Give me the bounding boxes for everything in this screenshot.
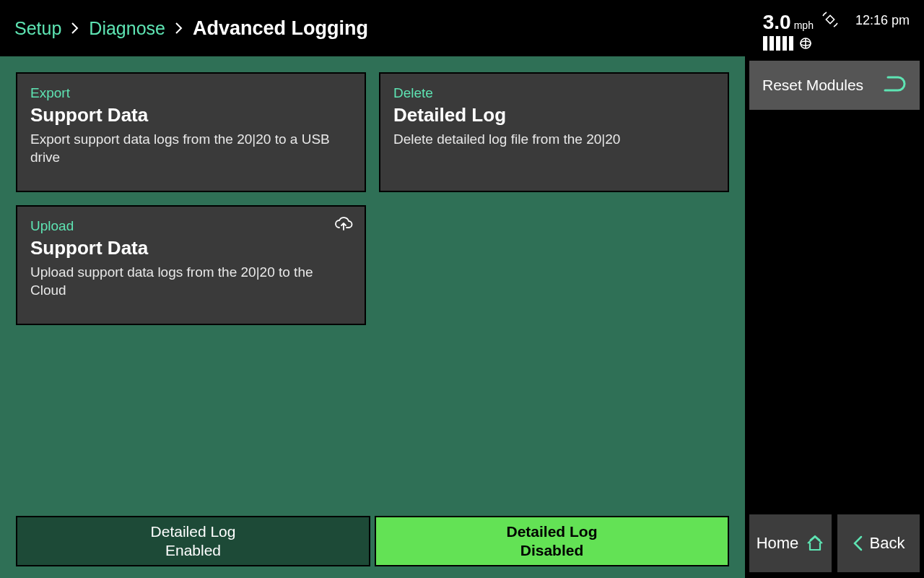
detailed-log-disabled-button[interactable]: Detailed Log Disabled [375,516,729,566]
breadcrumb-setup[interactable]: Setup [14,18,61,39]
speed-value: 3.0 [763,11,791,34]
toggle-label-line1: Detailed Log [506,522,597,541]
speed-unit: mph [794,20,814,31]
home-icon [806,535,824,552]
card-title: Detailed Log [393,104,715,126]
button-label: Back [870,534,905,553]
reset-modules-button[interactable]: Reset Modules [749,61,920,110]
card-kicker: Delete [393,85,715,101]
main-panel: Export Support Data Export support data … [0,56,745,578]
card-description: Export support data logs from the 20|20 … [30,131,352,166]
gps-icon [798,35,814,51]
toggle-label-line1: Detailed Log [151,522,236,541]
breadcrumb: Setup Diagnose Advanced Logging [14,17,368,40]
top-bar: Setup Diagnose Advanced Logging 3.0 mph [0,0,924,56]
sidebar: Reset Modules Home [745,56,924,578]
export-support-data-card[interactable]: Export Support Data Export support data … [16,72,366,192]
card-title: Support Data [30,104,352,126]
toggle-label-line2: Disabled [520,541,584,560]
status-speed: 3.0 mph [763,10,840,51]
card-title: Support Data [30,237,352,259]
card-kicker: Export [30,85,352,101]
breadcrumb-current: Advanced Logging [193,17,368,40]
detailed-log-enabled-button[interactable]: Detailed Log Enabled [16,516,370,566]
cloud-upload-icon [334,217,353,231]
card-kicker: Upload [30,218,352,234]
svg-rect-0 [826,15,834,23]
card-description: Upload support data logs from the 20|20 … [30,264,352,299]
return-arrow-icon [882,76,907,95]
breadcrumb-diagnose[interactable]: Diagnose [89,18,165,39]
upload-support-data-card[interactable]: Upload Support Data Upload support data … [16,205,366,325]
delete-detailed-log-card[interactable]: Delete Detailed Log Delete detailed log … [379,72,729,192]
chevron-right-icon [71,22,79,34]
chevron-right-icon [175,22,183,34]
satellite-icon [821,10,840,29]
signal-bars-icon [763,36,793,51]
card-description: Delete detailed log file from the 20|20 [393,131,715,149]
detailed-log-toggle: Detailed Log Enabled Detailed Log Disabl… [16,516,729,566]
back-button[interactable]: Back [837,514,920,572]
clock: 12:16 pm [855,10,910,28]
button-label: Reset Modules [762,77,863,94]
toggle-label-line2: Enabled [165,541,221,560]
chevron-left-icon [853,535,863,551]
home-button[interactable]: Home [749,514,832,572]
button-label: Home [757,534,799,553]
